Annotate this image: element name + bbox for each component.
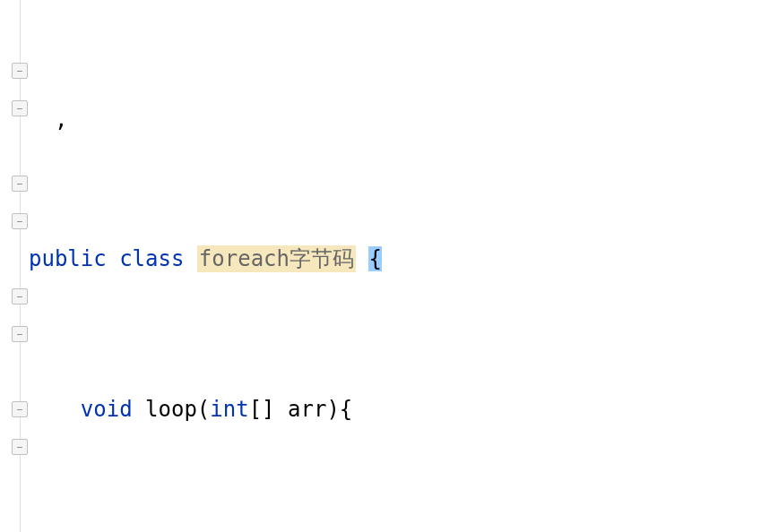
- editor-gutter: [0, 0, 23, 532]
- brace-open: {: [340, 397, 352, 422]
- code-area[interactable]: , public class foreach字节码 { void loop(in…: [23, 0, 778, 532]
- code-editor[interactable]: , public class foreach字节码 { void loop(in…: [0, 0, 778, 532]
- type-int: int: [210, 397, 248, 422]
- method-name: loop: [145, 397, 197, 422]
- code-line[interactable]: void loop(int[] arr){: [29, 390, 778, 428]
- keyword-class: class: [119, 246, 184, 271]
- code-line[interactable]: public class foreach字节码 {: [29, 240, 778, 278]
- code-token: ,: [29, 107, 67, 133]
- paren-open: (: [197, 397, 210, 422]
- bracket-close: ]: [262, 397, 274, 422]
- brace-open-match: {: [368, 246, 381, 271]
- keyword-public: public: [29, 246, 107, 271]
- paren-close: ): [326, 397, 339, 422]
- param-name: arr: [288, 397, 326, 422]
- class-name-highlight: foreach字节码: [197, 245, 356, 272]
- keyword-void: void: [81, 397, 133, 422]
- bracket-open: [: [249, 397, 262, 422]
- code-line[interactable]: ,: [29, 113, 778, 127]
